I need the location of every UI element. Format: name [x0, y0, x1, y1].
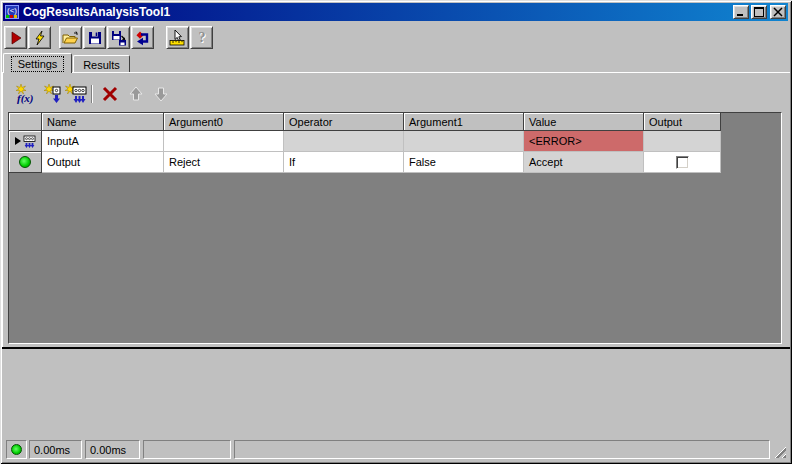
cell-name[interactable]: InputA — [42, 131, 164, 152]
cell-operator[interactable]: If — [284, 152, 404, 173]
tool-window: (<) CogResultsAnalysisTool1 — [0, 0, 792, 464]
cell-value[interactable]: Accept — [524, 152, 644, 173]
minimize-icon — [735, 7, 747, 17]
status-time-panel-1: 0.00ms — [29, 440, 82, 459]
run-button[interactable] — [4, 26, 27, 49]
current-row-arrow-icon — [15, 137, 21, 145]
column-header-name: Name — [42, 113, 164, 131]
add-input-icon — [44, 84, 62, 104]
toolbar-separator — [91, 85, 93, 103]
minimize-button[interactable] — [733, 5, 749, 19]
cell-argument1[interactable]: False — [404, 152, 524, 173]
cell-output — [644, 152, 721, 173]
tab-settings-label: Settings — [11, 56, 65, 72]
column-header-argument1: Argument1 — [404, 113, 524, 131]
status-green-icon — [11, 444, 22, 455]
lower-panel — [2, 349, 790, 435]
save-button[interactable] — [83, 26, 106, 49]
green-status-icon — [19, 156, 31, 168]
output-checkbox[interactable] — [676, 156, 689, 169]
row-header-output[interactable] — [9, 152, 42, 173]
save-as-button[interactable] — [107, 26, 130, 49]
svg-text:?: ? — [198, 30, 205, 45]
add-function-button[interactable]: f(x) — [15, 83, 41, 105]
grid-corner-cell — [9, 113, 42, 131]
tab-results[interactable]: Results — [73, 55, 130, 73]
pointer-ruler-icon — [169, 30, 186, 46]
cell-argument0[interactable]: Reject — [164, 152, 284, 173]
tab-settings[interactable]: Settings — [3, 53, 72, 73]
column-header-value: Value — [524, 113, 644, 131]
add-inputs-icon — [65, 84, 87, 104]
add-input-button[interactable] — [43, 83, 63, 105]
add-inputs-button[interactable] — [64, 83, 88, 105]
cell-argument0[interactable] — [164, 131, 284, 152]
save-icon — [87, 30, 103, 46]
function-label: f(x) — [17, 92, 34, 104]
delete-icon — [101, 85, 119, 103]
help-button[interactable]: ? ? — [190, 26, 213, 49]
open-file-icon — [62, 30, 79, 46]
trigger-button[interactable] — [28, 26, 51, 49]
cell-value-error[interactable]: <ERROR> — [524, 131, 644, 152]
reset-icon — [135, 30, 151, 46]
column-header-output: Output — [644, 113, 721, 131]
titlebar[interactable]: (<) CogResultsAnalysisTool1 — [3, 3, 788, 21]
column-header-operator: Operator — [284, 113, 404, 131]
status-panel-3 — [143, 440, 231, 459]
move-down-icon — [152, 85, 170, 103]
close-button[interactable] — [770, 5, 786, 19]
open-button[interactable] — [59, 26, 82, 49]
table-row: Output Reject If False Accept — [9, 152, 781, 173]
electric-graphics-button[interactable] — [166, 26, 189, 49]
status-bar: 0.00ms 0.00ms — [2, 436, 790, 462]
status-panel-4 — [234, 440, 770, 459]
inputs-icon — [23, 135, 36, 148]
window-title: CogResultsAnalysisTool1 — [23, 5, 733, 19]
move-down-button[interactable] — [151, 83, 171, 105]
grid-header-row: Name Argument0 Operator Argument1 Value … — [9, 113, 781, 131]
maximize-icon — [753, 7, 765, 17]
settings-tab-page: f(x) — [2, 72, 790, 347]
cell-name[interactable]: Output — [42, 152, 164, 173]
maximize-button[interactable] — [751, 5, 767, 19]
move-up-icon — [127, 85, 145, 103]
table-row: InputA <ERROR> — [9, 131, 781, 152]
cell-operator[interactable] — [284, 131, 404, 152]
save-as-icon — [111, 30, 127, 46]
tab-results-label: Results — [83, 59, 120, 71]
move-up-button[interactable] — [126, 83, 146, 105]
app-icon: (<) — [5, 5, 19, 19]
resize-grip[interactable] — [773, 445, 786, 458]
close-icon — [772, 7, 784, 17]
cell-argument1[interactable] — [404, 131, 524, 152]
delete-button[interactable] — [98, 83, 122, 105]
parameter-grid: Name Argument0 Operator Argument1 Value … — [8, 112, 782, 344]
status-indicator-panel — [6, 440, 27, 459]
row-header-inputa[interactable] — [9, 131, 42, 152]
reset-button[interactable] — [131, 26, 154, 49]
lightning-icon — [32, 30, 48, 46]
help-icon: ? ? — [194, 30, 210, 46]
cell-output[interactable] — [644, 131, 721, 152]
column-header-argument0: Argument0 — [164, 113, 284, 131]
run-icon — [8, 30, 24, 46]
status-time-panel-2: 0.00ms — [85, 440, 140, 459]
